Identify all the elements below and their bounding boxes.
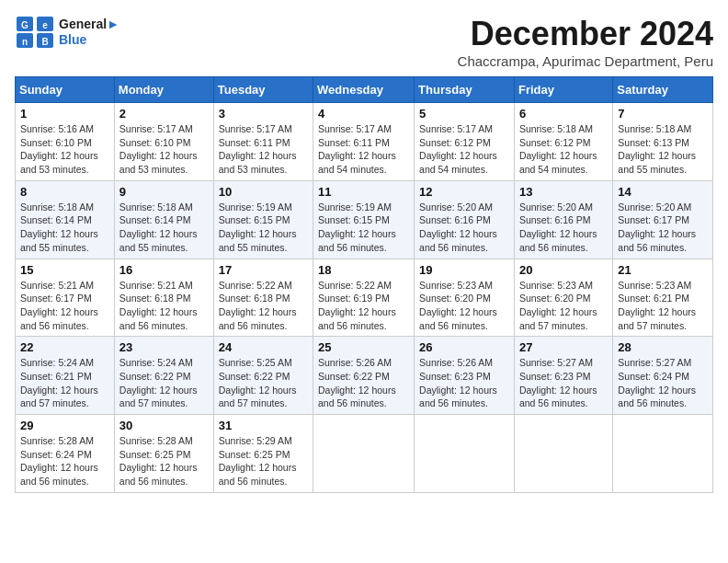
day-number: 7 — [618, 107, 708, 121]
day-number: 11 — [318, 185, 409, 199]
day-info: Sunrise: 5:25 AMSunset: 6:22 PMDaylight:… — [219, 356, 308, 410]
weekday-header-friday: Friday — [514, 77, 612, 103]
calendar-cell: 8Sunrise: 5:18 AMSunset: 6:14 PMDaylight… — [16, 180, 115, 259]
day-info: Sunrise: 5:17 AMSunset: 6:11 PMDaylight:… — [219, 122, 308, 177]
day-info: Sunrise: 5:20 AMSunset: 6:17 PMDaylight:… — [618, 201, 708, 255]
day-info: Sunrise: 5:26 AMSunset: 6:23 PMDaylight:… — [419, 356, 509, 410]
header: G e n B General► Blue December 2024 Chac… — [15, 15, 713, 69]
day-number: 5 — [419, 107, 509, 121]
day-info: Sunrise: 5:17 AMSunset: 6:11 PMDaylight:… — [318, 122, 409, 177]
calendar-cell: 12Sunrise: 5:20 AMSunset: 6:16 PMDayligh… — [415, 180, 515, 259]
month-title: December 2024 — [458, 15, 713, 53]
day-info: Sunrise: 5:21 AMSunset: 6:17 PMDaylight:… — [20, 279, 109, 333]
calendar-cell: 6Sunrise: 5:18 AMSunset: 6:12 PMDaylight… — [514, 103, 612, 181]
calendar-cell: 29Sunrise: 5:28 AMSunset: 6:24 PMDayligh… — [16, 415, 115, 493]
title-area: December 2024 Chaccrampa, Apurimac Depar… — [458, 15, 713, 69]
day-number: 1 — [20, 107, 109, 121]
day-info: Sunrise: 5:23 AMSunset: 6:20 PMDaylight:… — [519, 279, 608, 333]
day-info: Sunrise: 5:24 AMSunset: 6:22 PMDaylight:… — [119, 356, 209, 410]
day-info: Sunrise: 5:18 AMSunset: 6:12 PMDaylight:… — [519, 122, 608, 177]
day-info: Sunrise: 5:28 AMSunset: 6:24 PMDaylight:… — [20, 434, 109, 488]
day-info: Sunrise: 5:17 AMSunset: 6:10 PMDaylight:… — [119, 122, 209, 177]
day-number: 26 — [419, 340, 509, 354]
calendar-cell: 9Sunrise: 5:18 AMSunset: 6:14 PMDaylight… — [114, 180, 213, 259]
day-number: 13 — [519, 185, 608, 199]
day-info: Sunrise: 5:22 AMSunset: 6:19 PMDaylight:… — [318, 279, 409, 333]
day-info: Sunrise: 5:19 AMSunset: 6:15 PMDaylight:… — [219, 201, 308, 255]
calendar-cell: 17Sunrise: 5:22 AMSunset: 6:18 PMDayligh… — [213, 259, 313, 337]
day-number: 24 — [219, 340, 308, 354]
day-info: Sunrise: 5:27 AMSunset: 6:24 PMDaylight:… — [618, 356, 708, 410]
day-info: Sunrise: 5:23 AMSunset: 6:21 PMDaylight:… — [618, 279, 708, 333]
calendar-cell: 4Sunrise: 5:17 AMSunset: 6:11 PMDaylight… — [313, 103, 415, 181]
day-info: Sunrise: 5:24 AMSunset: 6:21 PMDaylight:… — [20, 356, 109, 410]
calendar-cell: 2Sunrise: 5:17 AMSunset: 6:10 PMDaylight… — [114, 103, 213, 181]
day-number: 6 — [519, 107, 608, 121]
week-row-5: 29Sunrise: 5:28 AMSunset: 6:24 PMDayligh… — [16, 415, 713, 493]
calendar-cell: 16Sunrise: 5:21 AMSunset: 6:18 PMDayligh… — [114, 259, 213, 337]
calendar-cell: 21Sunrise: 5:23 AMSunset: 6:21 PMDayligh… — [613, 259, 713, 337]
weekday-header-sunday: Sunday — [16, 77, 115, 103]
day-number: 18 — [318, 263, 409, 277]
day-number: 14 — [618, 185, 708, 199]
calendar-cell: 15Sunrise: 5:21 AMSunset: 6:17 PMDayligh… — [16, 259, 115, 337]
calendar-cell: 3Sunrise: 5:17 AMSunset: 6:11 PMDaylight… — [213, 103, 313, 181]
calendar-cell: 26Sunrise: 5:26 AMSunset: 6:23 PMDayligh… — [415, 337, 515, 415]
calendar-cell: 1Sunrise: 5:16 AMSunset: 6:10 PMDaylight… — [16, 103, 115, 181]
day-number: 25 — [318, 340, 409, 354]
calendar-cell: 28Sunrise: 5:27 AMSunset: 6:24 PMDayligh… — [613, 337, 713, 415]
weekday-header-saturday: Saturday — [613, 77, 713, 103]
calendar-cell: 20Sunrise: 5:23 AMSunset: 6:20 PMDayligh… — [514, 259, 612, 337]
calendar-cell: 25Sunrise: 5:26 AMSunset: 6:22 PMDayligh… — [313, 337, 415, 415]
day-info: Sunrise: 5:27 AMSunset: 6:23 PMDaylight:… — [519, 356, 608, 410]
day-number: 22 — [20, 340, 109, 354]
weekday-header-thursday: Thursday — [415, 77, 515, 103]
day-info: Sunrise: 5:18 AMSunset: 6:14 PMDaylight:… — [20, 201, 109, 255]
calendar-cell: 22Sunrise: 5:24 AMSunset: 6:21 PMDayligh… — [16, 337, 115, 415]
day-number: 31 — [219, 419, 308, 432]
calendar-cell: 31Sunrise: 5:29 AMSunset: 6:25 PMDayligh… — [213, 415, 313, 493]
logo: G e n B General► Blue — [15, 15, 119, 50]
day-number: 20 — [519, 263, 608, 277]
weekday-header-row: SundayMondayTuesdayWednesdayThursdayFrid… — [16, 77, 713, 103]
week-row-3: 15Sunrise: 5:21 AMSunset: 6:17 PMDayligh… — [16, 259, 713, 337]
calendar-cell: 24Sunrise: 5:25 AMSunset: 6:22 PMDayligh… — [213, 337, 313, 415]
day-number: 4 — [318, 107, 409, 121]
calendar-cell: 7Sunrise: 5:18 AMSunset: 6:13 PMDaylight… — [613, 103, 713, 181]
calendar-cell — [415, 415, 515, 493]
svg-text:G: G — [21, 20, 28, 30]
day-info: Sunrise: 5:18 AMSunset: 6:14 PMDaylight:… — [119, 201, 209, 255]
page-container: G e n B General► Blue December 2024 Chac… — [15, 15, 713, 493]
day-number: 23 — [119, 340, 209, 354]
logo-icon: G e n B — [15, 15, 55, 50]
calendar-cell: 30Sunrise: 5:28 AMSunset: 6:25 PMDayligh… — [114, 415, 213, 493]
day-info: Sunrise: 5:22 AMSunset: 6:18 PMDaylight:… — [219, 279, 308, 333]
day-number: 17 — [219, 263, 308, 277]
day-number: 3 — [219, 107, 308, 121]
day-info: Sunrise: 5:17 AMSunset: 6:12 PMDaylight:… — [419, 122, 509, 177]
calendar-cell: 5Sunrise: 5:17 AMSunset: 6:12 PMDaylight… — [415, 103, 515, 181]
calendar-cell: 13Sunrise: 5:20 AMSunset: 6:16 PMDayligh… — [514, 180, 612, 259]
day-number: 12 — [419, 185, 509, 199]
day-number: 21 — [618, 263, 708, 277]
calendar-table: SundayMondayTuesdayWednesdayThursdayFrid… — [15, 76, 713, 493]
day-info: Sunrise: 5:20 AMSunset: 6:16 PMDaylight:… — [419, 201, 509, 255]
day-number: 28 — [618, 340, 708, 354]
day-info: Sunrise: 5:23 AMSunset: 6:20 PMDaylight:… — [419, 279, 509, 333]
day-info: Sunrise: 5:18 AMSunset: 6:13 PMDaylight:… — [618, 122, 708, 177]
calendar-body: 1Sunrise: 5:16 AMSunset: 6:10 PMDaylight… — [16, 103, 713, 493]
calendar-cell: 27Sunrise: 5:27 AMSunset: 6:23 PMDayligh… — [514, 337, 612, 415]
svg-text:B: B — [41, 37, 48, 47]
weekday-header-monday: Monday — [114, 77, 213, 103]
week-row-4: 22Sunrise: 5:24 AMSunset: 6:21 PMDayligh… — [16, 337, 713, 415]
calendar-cell: 23Sunrise: 5:24 AMSunset: 6:22 PMDayligh… — [114, 337, 213, 415]
calendar-cell — [613, 415, 713, 493]
svg-text:n: n — [22, 37, 28, 47]
day-number: 15 — [20, 263, 109, 277]
week-row-2: 8Sunrise: 5:18 AMSunset: 6:14 PMDaylight… — [16, 180, 713, 259]
day-number: 2 — [119, 107, 209, 121]
subtitle: Chaccrampa, Apurimac Department, Peru — [458, 53, 713, 69]
calendar-cell: 14Sunrise: 5:20 AMSunset: 6:17 PMDayligh… — [613, 180, 713, 259]
day-info: Sunrise: 5:21 AMSunset: 6:18 PMDaylight:… — [119, 279, 209, 333]
day-number: 10 — [219, 185, 308, 199]
